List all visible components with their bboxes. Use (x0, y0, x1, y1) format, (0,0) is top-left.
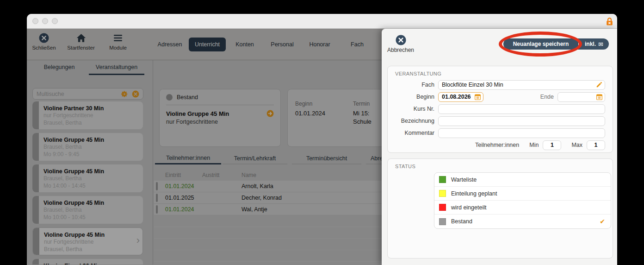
window-minimize-button[interactable] (42, 18, 48, 24)
save-new-button[interactable]: Neuanlage speichern (503, 38, 578, 50)
status-option-list: WartelisteEinteilung geplantwird eingete… (434, 172, 611, 229)
status-option-wirdeingeteilt[interactable]: wird eingeteilt (434, 201, 611, 215)
status-option-warteliste[interactable]: Warteliste (434, 173, 611, 187)
lock-icon[interactable] (606, 17, 613, 26)
kommentar-label: Kommentar (395, 130, 438, 136)
veranstaltung-section-title: VERANSTALTUNG (395, 71, 605, 76)
status-option-label: wird eingeteilt (451, 204, 605, 211)
titlebar (27, 14, 617, 29)
window-close-button[interactable] (32, 18, 38, 24)
cancel-x-icon (396, 35, 406, 45)
bezeichnung-label: Bezeichnung (395, 118, 438, 124)
kursnr-label: Kurs Nr. (395, 106, 438, 112)
status-color-swatch-icon (439, 190, 446, 197)
app-window: SchließenStartfensterModule AdressenUnte… (27, 14, 617, 265)
veranstaltung-card: VERANSTALTUNG Fach Beginn (387, 66, 613, 153)
traffic-lights (32, 18, 58, 24)
kommentar-input[interactable] (438, 128, 605, 138)
status-card: STATUS WartelisteEinteilung geplantwird … (387, 158, 613, 259)
envelope-icon: ✉ (598, 41, 603, 48)
status-section-title: STATUS (395, 164, 605, 169)
ende-calendar-icon[interactable] (596, 94, 602, 100)
fach-label: Fach (395, 82, 438, 88)
new-event-panel: Abbrechen Neuanlage speichern inkl. ✉ VE… (382, 29, 617, 265)
window-zoom-button[interactable] (52, 18, 58, 24)
save-button-group: Neuanlage speichern inkl. ✉ (503, 38, 609, 50)
min-input[interactable] (543, 140, 561, 150)
edit-pencil-icon[interactable] (596, 82, 602, 88)
max-input[interactable] (587, 140, 605, 150)
status-color-swatch-icon (439, 218, 446, 225)
ende-label: Ende (540, 94, 557, 100)
beginn-form-label: Beginn (395, 94, 438, 100)
max-label: Max (571, 142, 582, 148)
status-option-bestand[interactable]: Bestand✔ (434, 215, 611, 228)
cancel-label: Abbrechen (387, 47, 414, 53)
status-option-label: Bestand (451, 218, 600, 225)
checkmark-icon: ✔ (600, 218, 605, 225)
beginn-calendar-icon[interactable] (475, 94, 481, 100)
status-color-swatch-icon (439, 204, 446, 211)
save-incl-mail-button[interactable]: inkl. ✉ (579, 38, 609, 50)
bezeichnung-input[interactable] (438, 116, 605, 126)
kursnr-input[interactable] (438, 104, 605, 114)
status-color-swatch-icon (439, 176, 446, 183)
status-option-label: Einteilung geplant (451, 190, 605, 197)
teilnehmer-label: Teilnehmer:innen (475, 142, 519, 148)
fach-input[interactable] (438, 80, 605, 90)
status-option-einteilunggeplant[interactable]: Einteilung geplant (434, 187, 611, 201)
min-label: Min (529, 142, 539, 148)
cancel-button[interactable]: Abbrechen (387, 35, 414, 53)
status-option-label: Warteliste (451, 177, 605, 183)
